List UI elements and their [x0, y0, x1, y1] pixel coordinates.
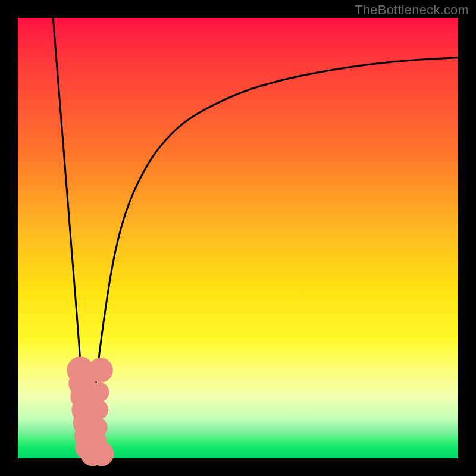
marker-dot: [88, 358, 112, 382]
marker-dot: [89, 382, 109, 402]
curve-layer: [18, 18, 458, 458]
bottleneck-curve: [53, 18, 458, 458]
attribution-text: TheBottleneck.com: [355, 2, 469, 18]
marker-dot: [87, 431, 107, 450]
chart-frame: TheBottleneck.com: [0, 0, 476, 476]
marker-cluster: [67, 356, 114, 466]
plot-area: [18, 18, 458, 458]
marker-dot: [89, 400, 108, 419]
